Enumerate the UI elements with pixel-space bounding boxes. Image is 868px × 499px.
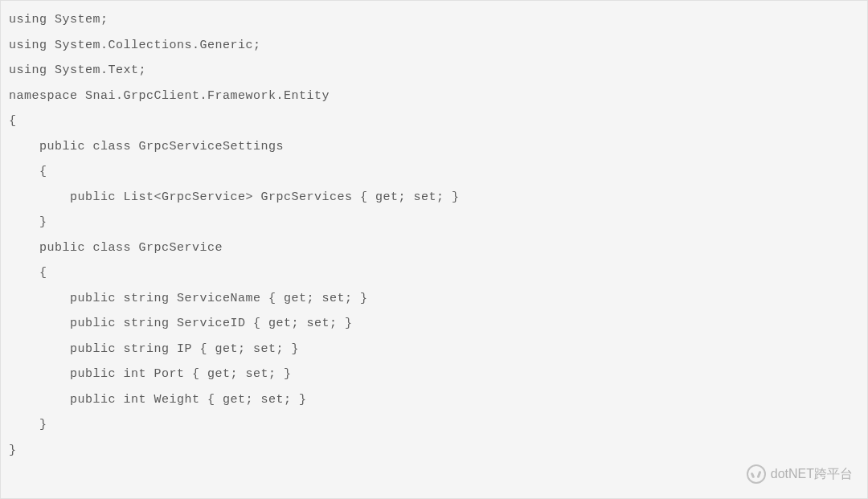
code-line: using System.Collections.Generic; <box>9 33 859 59</box>
code-line: public string ServiceID { get; set; } <box>9 311 859 337</box>
code-line: public class GrpcService <box>9 235 859 261</box>
code-line: public int Port { get; set; } <box>9 362 859 387</box>
code-line: using System.Text; <box>9 58 859 84</box>
code-line: } <box>9 412 859 438</box>
watermark: dotNET跨平台 <box>747 464 853 484</box>
code-line: public string IP { get; set; } <box>9 337 859 362</box>
code-line: public List<GrpcService> GrpcServices { … <box>9 185 859 211</box>
code-block: using System; using System.Collections.G… <box>9 7 859 463</box>
code-line: namespace Snai.GrpcClient.Framework.Enti… <box>9 84 859 109</box>
code-line: { <box>9 260 859 286</box>
code-line: public int Weight { get; set; } <box>9 387 859 413</box>
code-line: using System; <box>9 7 859 33</box>
code-line: { <box>9 159 859 185</box>
code-line: public class GrpcServiceSettings <box>9 134 859 160</box>
code-line: } <box>9 438 859 464</box>
wechat-icon <box>747 464 766 484</box>
code-line: } <box>9 210 859 235</box>
watermark-text: dotNET跨平台 <box>771 466 853 483</box>
code-line: public string ServiceName { get; set; } <box>9 286 859 312</box>
code-line: { <box>9 108 859 134</box>
